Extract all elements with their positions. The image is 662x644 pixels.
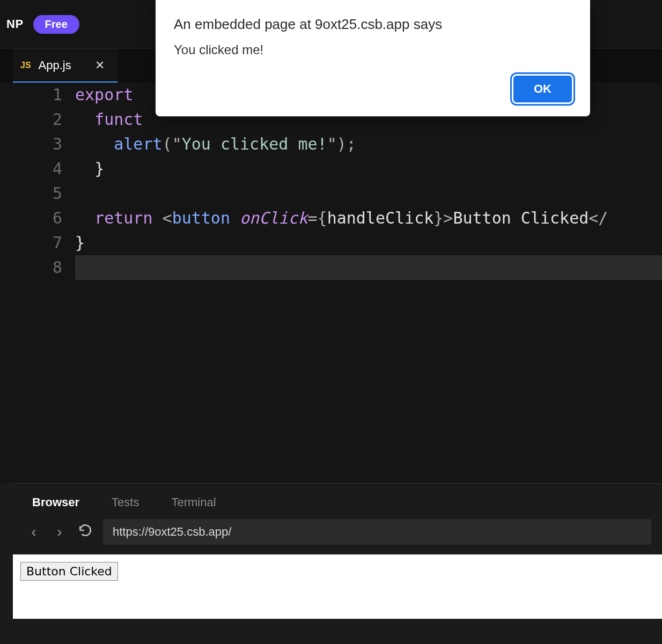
panel-tab-tests[interactable]: Tests bbox=[112, 495, 139, 509]
code-token: onClick bbox=[240, 209, 307, 227]
browser-reload-icon[interactable] bbox=[77, 523, 93, 541]
alert-ok-button[interactable]: OK bbox=[513, 76, 572, 102]
code-token: " bbox=[327, 135, 337, 153]
javascript-icon: JS bbox=[20, 61, 31, 70]
browser-nav-row: ‹ › https://9oxt25.csb.app/ bbox=[13, 517, 662, 551]
file-tab-appjs[interactable]: JS App.js ✕ bbox=[13, 49, 117, 83]
browser-forward-icon[interactable]: › bbox=[52, 523, 68, 541]
code-token: } bbox=[94, 159, 104, 178]
browser-url-input[interactable]: https://9oxt25.csb.app/ bbox=[103, 519, 651, 545]
code-token: }> bbox=[433, 209, 453, 227]
preview-frame: Button Clicked bbox=[13, 554, 662, 619]
plan-pill[interactable]: Free bbox=[33, 15, 79, 34]
line-number: 1 bbox=[0, 83, 62, 107]
preview-panel-tabs: Browser Tests Terminal bbox=[13, 484, 662, 517]
code-token: export bbox=[75, 85, 143, 104]
alert-dialog: An embedded page at 9oxt25.csb.app says … bbox=[156, 0, 590, 116]
line-number: 4 bbox=[0, 157, 62, 181]
file-tab-label: App.js bbox=[39, 58, 71, 72]
code-token: return bbox=[94, 209, 162, 227]
code-token: ( bbox=[163, 135, 172, 153]
preview-demo-button[interactable]: Button Clicked bbox=[20, 562, 118, 581]
browser-url-text: https://9oxt25.csb.app/ bbox=[113, 525, 231, 539]
code-token: ={ bbox=[308, 209, 327, 227]
code-token: funct bbox=[94, 110, 143, 129]
line-number: 6 bbox=[0, 206, 62, 231]
workspace-badge: NP bbox=[6, 17, 24, 31]
code-token: ); bbox=[337, 135, 356, 153]
code-token: </ bbox=[589, 209, 608, 227]
code-token: handleClick bbox=[327, 209, 434, 227]
line-number: 7 bbox=[0, 231, 62, 255]
browser-back-icon[interactable]: ‹ bbox=[26, 523, 42, 541]
alert-dialog-actions: OK bbox=[174, 76, 572, 102]
code-token: " bbox=[172, 135, 182, 153]
code-token: alert bbox=[114, 135, 162, 153]
code-token: button bbox=[172, 209, 240, 227]
panel-tab-browser[interactable]: Browser bbox=[32, 495, 79, 509]
panel-tab-terminal[interactable]: Terminal bbox=[171, 495, 216, 509]
alert-dialog-message: You clicked me! bbox=[174, 42, 572, 57]
code-token: You clicked me! bbox=[182, 135, 327, 153]
line-number-gutter: 1 2 3 4 5 6 7 8 bbox=[0, 83, 75, 483]
code-editor[interactable]: 1 2 3 4 5 6 7 8 export funct alert("You … bbox=[0, 83, 662, 483]
line-number: 5 bbox=[0, 181, 62, 206]
preview-panel: Browser Tests Terminal ‹ › https://9oxt2… bbox=[13, 483, 662, 644]
code-token: } bbox=[75, 233, 85, 252]
alert-dialog-title: An embedded page at 9oxt25.csb.app says bbox=[174, 16, 572, 33]
close-tab-icon[interactable]: ✕ bbox=[95, 58, 105, 72]
code-content[interactable]: export funct alert("You clicked me!"); }… bbox=[75, 83, 662, 483]
line-number: 8 bbox=[0, 255, 62, 280]
code-token: < bbox=[163, 209, 172, 227]
line-number: 2 bbox=[0, 107, 62, 132]
line-number: 3 bbox=[0, 132, 62, 157]
code-token: Button Clicked bbox=[453, 209, 589, 227]
active-line bbox=[75, 255, 662, 280]
